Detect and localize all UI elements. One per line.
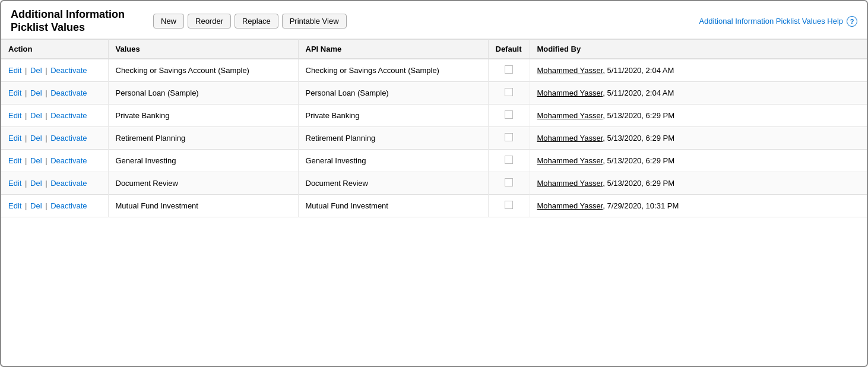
modified-cell-3: Mohammed Yasser, 5/13/2020, 6:29 PM xyxy=(530,127,867,150)
del-link-2[interactable]: Del xyxy=(30,111,42,120)
values-cell-3: Retirement Planning xyxy=(108,127,298,150)
col-header-action: Action xyxy=(1,40,108,59)
sep-2-0: | xyxy=(43,66,50,75)
default-checkbox-5[interactable] xyxy=(505,178,513,186)
deactivate-link-3[interactable]: Deactivate xyxy=(50,134,87,143)
edit-link-6[interactable]: Edit xyxy=(8,201,21,210)
modified-by-link-0[interactable]: Mohammed Yasser xyxy=(537,66,603,75)
default-checkbox-6[interactable] xyxy=(505,201,513,209)
edit-link-2[interactable]: Edit xyxy=(8,111,21,120)
modified-cell-6: Mohammed Yasser, 7/29/2020, 10:31 PM xyxy=(530,195,867,217)
replace-button[interactable]: Replace xyxy=(235,14,278,29)
modified-cell-4: Mohammed Yasser, 5/13/2020, 6:29 PM xyxy=(530,150,867,172)
del-link-5[interactable]: Del xyxy=(30,179,42,188)
modified-by-link-1[interactable]: Mohammed Yasser xyxy=(537,88,603,97)
api-name-cell-0: Checking or Savings Account (Sample) xyxy=(298,59,488,82)
default-checkbox-4[interactable] xyxy=(505,156,513,164)
edit-link-3[interactable]: Edit xyxy=(8,134,21,143)
sep-1-1: | xyxy=(23,88,29,97)
page-wrapper: Additional Information Picklist Values N… xyxy=(0,0,868,367)
table-row: Edit | Del | DeactivateChecking or Savin… xyxy=(1,59,867,82)
table-row: Edit | Del | DeactivatePrivate BankingPr… xyxy=(1,105,867,127)
deactivate-link-2[interactable]: Deactivate xyxy=(50,111,87,120)
deactivate-link-5[interactable]: Deactivate xyxy=(50,179,87,188)
action-cell-3: Edit | Del | Deactivate xyxy=(1,127,108,150)
printable-view-button[interactable]: Printable View xyxy=(282,14,347,29)
table-row: Edit | Del | DeactivateRetirement Planni… xyxy=(1,127,867,150)
sep-2-3: | xyxy=(43,134,50,143)
api-name-cell-5: Document Review xyxy=(298,172,488,195)
deactivate-link-4[interactable]: Deactivate xyxy=(50,156,87,165)
action-cell-5: Edit | Del | Deactivate xyxy=(1,172,108,195)
col-header-modified: Modified By xyxy=(530,40,867,59)
del-link-1[interactable]: Del xyxy=(30,88,42,97)
default-cell-6 xyxy=(488,195,530,217)
col-header-values: Values xyxy=(108,40,298,59)
modified-by-link-6[interactable]: Mohammed Yasser xyxy=(537,201,603,210)
table-row: Edit | Del | DeactivateGeneral Investing… xyxy=(1,150,867,172)
modified-by-link-2[interactable]: Mohammed Yasser xyxy=(537,111,603,120)
action-cell-0: Edit | Del | Deactivate xyxy=(1,59,108,82)
sep-2-5: | xyxy=(43,179,50,188)
del-link-0[interactable]: Del xyxy=(30,66,42,75)
new-button[interactable]: New xyxy=(153,14,184,29)
modified-by-link-5[interactable]: Mohammed Yasser xyxy=(537,179,603,188)
api-name-cell-4: General Investing xyxy=(298,150,488,172)
action-cell-2: Edit | Del | Deactivate xyxy=(1,105,108,127)
deactivate-link-1[interactable]: Deactivate xyxy=(50,88,87,97)
sep-2-6: | xyxy=(43,201,50,210)
edit-link-5[interactable]: Edit xyxy=(8,179,21,188)
modified-cell-5: Mohammed Yasser, 5/13/2020, 6:29 PM xyxy=(530,172,867,195)
modified-cell-2: Mohammed Yasser, 5/13/2020, 6:29 PM xyxy=(530,105,867,127)
default-checkbox-3[interactable] xyxy=(505,133,513,141)
page-header: Additional Information Picklist Values N… xyxy=(1,1,867,39)
default-cell-4 xyxy=(488,150,530,172)
values-cell-0: Checking or Savings Account (Sample) xyxy=(108,59,298,82)
sep-2-4: | xyxy=(43,156,50,165)
table-row: Edit | Del | DeactivateDocument ReviewDo… xyxy=(1,172,867,195)
table-header-row: Action Values API Name Default Modified … xyxy=(1,40,867,59)
deactivate-link-6[interactable]: Deactivate xyxy=(50,201,87,210)
sep-1-4: | xyxy=(23,156,29,165)
del-link-3[interactable]: Del xyxy=(30,134,42,143)
default-cell-1 xyxy=(488,82,530,105)
col-header-default: Default xyxy=(488,40,530,59)
table-row: Edit | Del | DeactivatePersonal Loan (Sa… xyxy=(1,82,867,105)
default-checkbox-1[interactable] xyxy=(505,88,513,96)
sep-2-2: | xyxy=(43,111,50,120)
col-header-api: API Name xyxy=(298,40,488,59)
sep-1-5: | xyxy=(23,179,29,188)
help-icon[interactable]: ? xyxy=(847,16,857,27)
modified-by-link-3[interactable]: Mohammed Yasser xyxy=(537,134,603,143)
values-cell-5: Document Review xyxy=(108,172,298,195)
del-link-6[interactable]: Del xyxy=(30,201,42,210)
header-buttons: NewReorderReplacePrintable View xyxy=(153,14,347,29)
help-link[interactable]: Additional Information Picklist Values H… xyxy=(699,17,843,26)
edit-link-1[interactable]: Edit xyxy=(8,88,21,97)
edit-link-0[interactable]: Edit xyxy=(8,66,21,75)
default-cell-2 xyxy=(488,105,530,127)
page-title: Additional Information Picklist Values xyxy=(11,8,141,34)
edit-link-4[interactable]: Edit xyxy=(8,156,21,165)
sep-1-2: | xyxy=(23,111,29,120)
sep-1-0: | xyxy=(23,66,29,75)
api-name-cell-3: Retirement Planning xyxy=(298,127,488,150)
header-help: Additional Information Picklist Values H… xyxy=(699,16,857,27)
sep-2-1: | xyxy=(43,88,50,97)
del-link-4[interactable]: Del xyxy=(30,156,42,165)
api-name-cell-2: Private Banking xyxy=(298,105,488,127)
sep-1-3: | xyxy=(23,134,29,143)
reorder-button[interactable]: Reorder xyxy=(188,14,231,29)
table-body: Edit | Del | DeactivateChecking or Savin… xyxy=(1,59,867,217)
values-cell-6: Mutual Fund Investment xyxy=(108,195,298,217)
action-cell-6: Edit | Del | Deactivate xyxy=(1,195,108,217)
default-cell-3 xyxy=(488,127,530,150)
deactivate-link-0[interactable]: Deactivate xyxy=(50,66,87,75)
sep-1-6: | xyxy=(23,201,29,210)
default-checkbox-0[interactable] xyxy=(505,65,513,74)
default-cell-0 xyxy=(488,59,530,82)
default-checkbox-2[interactable] xyxy=(505,110,513,119)
action-cell-4: Edit | Del | Deactivate xyxy=(1,150,108,172)
table-container: Action Values API Name Default Modified … xyxy=(1,39,867,217)
modified-by-link-4[interactable]: Mohammed Yasser xyxy=(537,156,603,165)
